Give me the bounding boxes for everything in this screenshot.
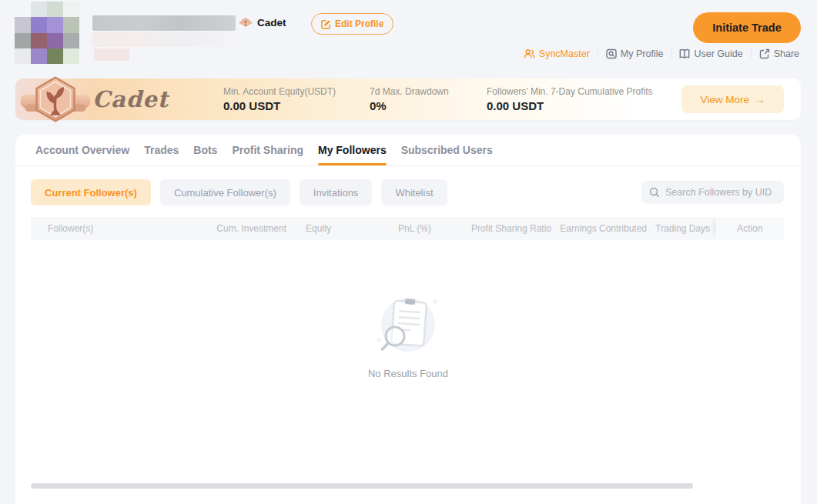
divider [751,49,752,58]
col-cum-investment: Cum. Investment [209,223,286,234]
search-followers-input[interactable] [665,187,776,198]
filter-current-followers[interactable]: Current Follower(s) [31,179,151,205]
divider [671,49,671,58]
arrow-right-icon: → [755,94,765,105]
profile-card-icon [606,48,617,59]
tab-my-followers[interactable]: My Followers [318,135,387,165]
initiate-trade-button[interactable]: Initiate Trade [693,12,801,43]
quick-links: SyncMaster My Profile User Guide [524,48,799,59]
view-more-button[interactable]: View More → [681,85,784,113]
filter-toolbar: Current Follower(s) Cumulative Follower(… [31,179,784,205]
level-title: Cadet [92,86,169,112]
link-my-profile[interactable]: My Profile [606,48,664,59]
redacted-user-tag [94,48,129,61]
stat-followers-min-profits: Followers’ Min. 7-Day Cumulative Profits… [487,86,687,112]
level-badge-icon [239,15,253,29]
tab-bots[interactable]: Bots [193,135,217,165]
avatar [15,2,79,64]
search-icon [649,187,660,198]
link-share[interactable]: Share [759,48,799,59]
level-chip: Cadet [239,15,286,29]
col-pnl: PnL (%) [379,223,431,234]
filter-invitations[interactable]: Invitations [300,179,373,205]
tab-trades[interactable]: Trades [144,135,179,165]
profile-header: Cadet Edit Profile Initiate Trade SyncMa… [0,0,817,73]
col-equity: Equity [286,223,379,234]
col-action: Action [716,217,784,240]
share-icon [759,48,770,59]
search-followers-box [641,181,784,204]
redacted-username [92,15,236,31]
link-syncmaster[interactable]: SyncMaster [524,48,590,59]
book-icon [679,48,690,59]
edit-profile-button[interactable]: Edit Profile [311,13,393,35]
col-trading-days: Trading Days [647,223,710,234]
level-label: Cadet [257,17,286,28]
followers-table-header: Follower(s) Cum. Investment Equity PnL (… [31,217,784,240]
horizontal-scrollbar-thumb[interactable] [31,483,693,489]
stat-7d-max-drawdown: 7d Max. Drawdown 0% [370,86,487,112]
banner-stats: Min. Account Equity(USDT) 0.00 USDT 7d M… [223,86,687,112]
filter-whitelist[interactable]: Whitelist [381,179,447,205]
col-profit-sharing-ratio: Profit Sharing Ratio [431,223,551,234]
tab-account-overview[interactable]: Account Overview [35,135,129,165]
link-user-guide[interactable]: User Guide [679,48,742,59]
edit-pencil-icon [321,19,331,29]
people-icon [524,48,535,59]
redacted-user-detail [92,32,225,47]
level-banner: Cadet Min. Account Equity(USDT) 0.00 USD… [15,78,801,120]
divider [598,49,598,58]
tab-subscribed-users[interactable]: Subscribed Users [401,135,493,165]
cadet-badge-icon [17,74,94,125]
stat-min-account-equity: Min. Account Equity(USDT) 0.00 USDT [223,86,370,112]
tab-profit-sharing[interactable]: Profit Sharing [232,135,303,165]
empty-state-message: No Results Found [368,368,448,379]
no-results-illustration-icon [366,295,450,359]
empty-state: No Results Found [15,295,801,379]
col-earnings-contributed: Earnings Contributed [551,223,647,234]
col-followers: Follower(s) [31,223,209,234]
tab-bar: Account Overview Trades Bots Profit Shar… [15,135,801,166]
followers-card: Account Overview Trades Bots Profit Shar… [15,135,801,504]
filter-cumulative-followers[interactable]: Cumulative Follower(s) [160,179,290,205]
